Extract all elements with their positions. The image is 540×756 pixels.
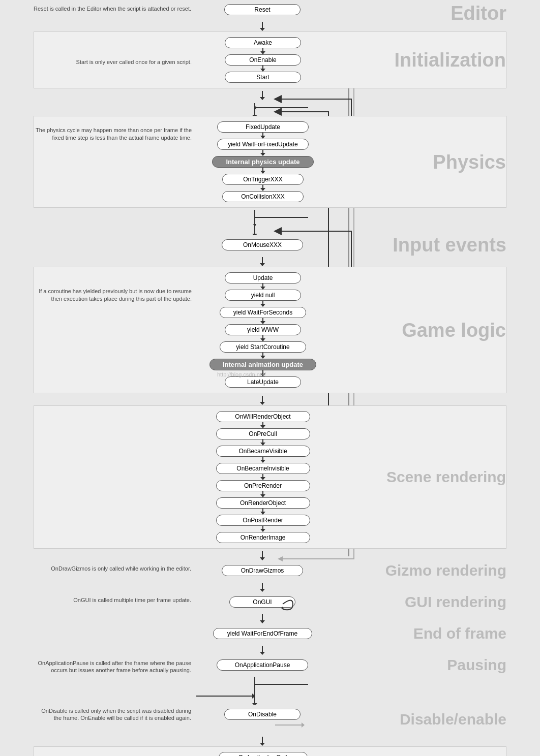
- scenerendering-section: OnWillRenderObject OnPreCull OnBecameVis…: [34, 405, 506, 549]
- start-note: Start is only ever called once for a giv…: [34, 58, 192, 66]
- start-box: Start: [225, 72, 301, 83]
- oncollisionxxx-box: OnCollisionXXX: [222, 191, 304, 202]
- ontriggerxxx-box: OnTriggerXXX: [222, 174, 304, 185]
- onrenderobject-box: OnRenderObject: [216, 497, 310, 509]
- onpostrender-box: OnPostRender: [216, 515, 310, 526]
- onmousexxx-box: OnMouseXXX: [222, 239, 303, 250]
- pausing-note: OnApplicationPause is called after the f…: [34, 659, 191, 674]
- ondisable-box: OnDisable: [224, 709, 301, 720]
- initialization-label: Initialization: [394, 49, 506, 71]
- endofframe-section: yield WaitForEndOfFrame End of frame: [34, 624, 506, 643]
- watermark: http://blog.csdn.net/: [217, 371, 266, 377]
- physics-label: Physics: [433, 151, 506, 173]
- physics-section: The physics cycle may happen more than o…: [34, 116, 506, 208]
- ondrawgizmos-box: OnDrawGizmos: [222, 565, 303, 576]
- gizmo-note: OnDrawGizmos is only called while workin…: [34, 565, 191, 572]
- internal-animation-box: Internal animation update: [209, 359, 316, 370]
- yield-www-box: yield WWW: [225, 324, 301, 335]
- update-box: Update: [225, 272, 301, 284]
- endofframe-label: End of frame: [413, 625, 506, 642]
- yield-null-box: yield null: [225, 290, 301, 301]
- gui-section: OnGUI is called multiple time per frame …: [34, 592, 506, 612]
- disableenable-section: OnDisable is called only when the script…: [34, 705, 506, 734]
- yield-startcoroutine-box: yield StartCoroutine: [220, 341, 306, 353]
- onapplicationpause-box: OnApplicationPause: [217, 659, 308, 671]
- gamelogic-section: If a coroutine has yielded previously bu…: [34, 267, 506, 393]
- onapplicationquit-box: OnApplicationQuit: [219, 752, 308, 756]
- yield-waitforendofframe-box: yield WaitForEndOfFrame: [213, 628, 312, 639]
- disableenable-note: OnDisable is called only when the script…: [34, 707, 191, 722]
- physics-note: The physics cycle may happen more than o…: [34, 127, 192, 142]
- disableenable-label: Disable/enable: [400, 711, 506, 728]
- lateupdate-box: LateUpdate: [225, 376, 301, 388]
- onbecameinvisible-box: OnBecameInvisible: [216, 463, 310, 474]
- editor-section: Reset is called in the Editor when the s…: [34, 0, 506, 19]
- fixedupdate-box: FixedUpdate: [217, 121, 309, 133]
- internal-physics-box: Internal physics update: [212, 156, 314, 168]
- scenerendering-label: Scene rendering: [386, 468, 506, 486]
- onprecull-box: OnPreCull: [216, 428, 310, 439]
- onenable-box: OnEnable: [225, 54, 301, 66]
- decommissioning-section: OnApplicationQuit OnDisable OnDestroy De…: [34, 746, 506, 756]
- editor-label: Editor: [451, 3, 506, 24]
- onrenderimage-box: OnRenderImage: [216, 532, 310, 543]
- yield-waitforseconds-box: yield WaitForSeconds: [220, 307, 306, 318]
- awake-box: Awake: [225, 37, 301, 48]
- gizmo-label: Gizmo rendering: [385, 562, 506, 579]
- input-label: Input events: [393, 234, 506, 256]
- gui-note: OnGUI is called multiple time per frame …: [34, 596, 191, 604]
- onprerender-box: OnPreRender: [216, 480, 310, 491]
- pausing-section: OnApplicationPause is called after the f…: [34, 655, 506, 675]
- initialization-section: Awake OnEnable Start Initialization Star…: [34, 32, 506, 88]
- input-section: OnMouseXXX Input events: [34, 235, 506, 255]
- onwillrenderobject-box: OnWillRenderObject: [216, 411, 310, 422]
- svg-marker-21: [302, 722, 305, 728]
- onbecamevisible-box: OnBecameVisible: [216, 446, 310, 457]
- gamelogic-note: If a coroutine has yielded previously bu…: [34, 288, 192, 303]
- reset-box: Reset: [224, 4, 301, 15]
- yield-waitforfixedupdate-box: yield WaitForFixedUpdate: [217, 139, 309, 150]
- gamelogic-label: Game logic: [402, 319, 506, 341]
- gizmo-section: OnDrawGizmos is only called while workin…: [34, 561, 506, 580]
- gui-label: GUI rendering: [405, 593, 506, 611]
- editor-note: Reset is called in the Editor when the s…: [34, 5, 191, 12]
- pausing-label: Pausing: [447, 656, 506, 674]
